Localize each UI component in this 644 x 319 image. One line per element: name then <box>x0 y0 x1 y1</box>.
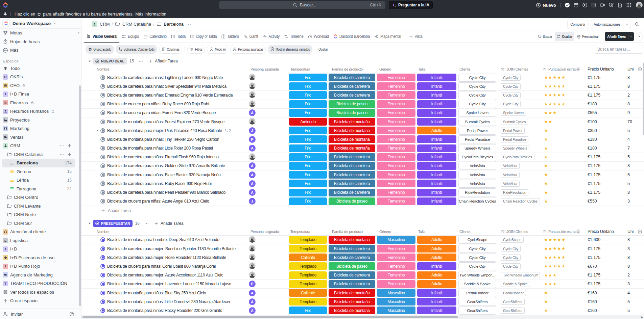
cell-talla[interactable]: Infantil <box>416 171 457 179</box>
cell-assignee[interactable] <box>247 74 289 81</box>
cell-talla[interactable]: Infantil <box>416 197 457 205</box>
cell-unidades[interactable]: 8 <box>623 102 637 106</box>
invite-button[interactable]: Invitar <box>0 309 81 319</box>
breadcrumb-more-button[interactable]: ··· <box>188 22 193 27</box>
task-status-icon[interactable] <box>100 237 105 242</box>
task-status-icon[interactable] <box>100 146 105 151</box>
cell-precio-unitario[interactable]: €1,175 <box>585 93 623 98</box>
ask-ai-button[interactable]: Preguntar a la IA <box>389 1 433 9</box>
tab-calendario[interactable]: Calendario <box>141 30 169 42</box>
ellipsis-icon[interactable] <box>59 143 64 148</box>
cell-rating[interactable] <box>541 282 585 286</box>
task-name[interactable]: Bicicleta de carretera para niñas: Golde… <box>107 163 225 168</box>
cell-fam[interactable]: Bicicleta de montaña <box>328 236 376 244</box>
filter-grupo-estado[interactable]: Grupo: Estado <box>86 45 114 54</box>
cell-assignee[interactable] <box>247 82 289 90</box>
collapse-header-button[interactable] <box>636 32 643 41</box>
column-header-gen[interactable]: Género <box>376 67 416 71</box>
filter-filtros[interactable]: Filtros <box>187 45 205 54</box>
column-header-talla[interactable]: Talla <box>416 230 457 234</box>
cell-cliente[interactable]: VeloVista <box>457 171 498 179</box>
task-status-icon[interactable] <box>100 163 105 168</box>
cell-fam[interactable]: Bicicleta de carretera <box>328 245 376 252</box>
cell-talla[interactable]: Infantil <box>416 91 457 99</box>
sidebar-folder-crm-levante[interactable]: CRM Levante <box>0 202 76 211</box>
sidebar-item-más[interactable]: Más <box>0 46 76 55</box>
cell-rating[interactable] <box>541 93 585 97</box>
cell-unidades[interactable]: 8 <box>623 163 637 168</box>
cell-join-clientes[interactable]: Two Wheels Emporium <box>498 272 541 278</box>
cell-rating[interactable] <box>541 191 585 194</box>
cell-rating[interactable] <box>541 256 585 259</box>
vertical-scrollbar[interactable] <box>643 62 644 135</box>
cell-precio-unitario[interactable]: €1,175 <box>585 75 623 80</box>
cell-assignee[interactable]: A <box>247 189 289 196</box>
collapse-group-icon[interactable] <box>88 59 92 63</box>
task-name[interactable]: Bicicleta de montaña para niñas: Forest … <box>107 119 224 124</box>
breadcrumb-item[interactable]: CRM <box>92 21 110 27</box>
sort-descending-icon[interactable] <box>575 67 581 72</box>
sidebar-list-barcelona[interactable]: Barcelona174 <box>2 159 75 167</box>
plus-icon[interactable] <box>67 152 72 157</box>
sort-descending-icon[interactable] <box>575 229 581 234</box>
cell-talla[interactable]: Adulto <box>416 280 457 288</box>
cell-gen[interactable]: Femenino <box>376 280 416 288</box>
cell-join-clientes[interactable]: Pedal Power <box>498 128 541 134</box>
cell-talla[interactable]: Infantil <box>416 307 457 314</box>
cell-join-clientes[interactable]: VeloVista <box>498 163 541 169</box>
cell-rating[interactable] <box>541 173 585 177</box>
cell-cliente[interactable]: Cycle City <box>457 245 498 253</box>
task-row[interactable]: Bicicleta de carretera para mujer: Azure… <box>81 271 644 280</box>
cell-temp[interactable]: Frio <box>289 162 328 170</box>
breadcrumb-item[interactable]: Barcelona <box>157 22 184 27</box>
column-header-uni[interactable]: Uni <box>623 229 637 234</box>
add-column-button[interactable] <box>638 67 642 72</box>
task-status-icon[interactable] <box>100 110 105 115</box>
task-name[interactable]: Bicicleta de montaña para niños: Blue Sk… <box>107 291 206 295</box>
automations-button[interactable]: Automatizaciones <box>591 20 631 29</box>
cell-join-clientes[interactable]: Saddle & Spoke <box>498 281 541 287</box>
cell-fam[interactable]: Bicicleta de carretera <box>328 271 376 279</box>
cell-precio-unitario[interactable]: €1,175 <box>585 181 623 186</box>
sidebar-list-l-rida[interactable]: Lérida15 <box>0 176 76 185</box>
sidebar-space-crear-espacio[interactable]: Crear espacio <box>0 296 76 305</box>
cell-assignee[interactable]: A <box>247 180 289 187</box>
column-header-stars[interactable]: Puntuación estraté... <box>541 67 585 72</box>
alarm-icon[interactable] <box>607 0 616 10</box>
cell-fam[interactable]: Bicicleta de paseo <box>328 100 376 108</box>
cell-temp[interactable]: Frio <box>289 180 328 187</box>
cell-temp[interactable]: Templado <box>289 280 328 288</box>
cell-gen[interactable]: Femenino <box>376 153 416 161</box>
cell-join-clientes[interactable]: Cycle City <box>498 75 541 81</box>
cell-gen[interactable]: Femenino <box>376 100 416 108</box>
cell-gen[interactable]: Femenino <box>376 197 416 205</box>
cell-rating[interactable] <box>541 84 585 88</box>
cell-unidades[interactable]: 5 <box>623 308 637 313</box>
cell-gen[interactable]: Masculino <box>376 289 416 297</box>
column-header-talla[interactable]: Talla <box>416 67 457 71</box>
cell-assignee[interactable]: A <box>247 298 289 305</box>
sidebar-space-i-d-escenarios-de-uso[interactable]: I+D Escenarios de uso <box>0 254 76 262</box>
tab-dasbord-barcelona[interactable]: Dasbord Barcelona <box>331 30 372 42</box>
task-row[interactable]: Bicicleta de montaña para niñas: Forest … <box>81 117 644 126</box>
cell-cliente[interactable]: GearShifters <box>457 307 498 315</box>
cell-unidades[interactable]: 5 <box>623 172 637 177</box>
task-name[interactable]: Bicicleta de carretera para niñas: Blaze… <box>107 172 221 177</box>
sidebar-list-tarragona[interactable]: Tarragona24 <box>0 185 76 193</box>
hide-button[interactable]: Ocultar <box>555 32 575 41</box>
sidebar-space-crm[interactable]: CRM <box>0 141 76 150</box>
cell-unidades[interactable]: 2 <box>623 93 637 98</box>
column-header-uni[interactable]: Uni <box>623 67 637 72</box>
sidebar-space-recursos-humanos[interactable]: Recursos Humanos <box>0 107 76 116</box>
column-header-precio[interactable]: Precio Unitario <box>585 229 623 234</box>
cell-fam[interactable]: Bicicleta de carretera <box>328 153 376 161</box>
cell-cliente[interactable]: PedalPioneer <box>457 289 498 297</box>
cell-precio-unitario[interactable]: €1,175 <box>585 255 623 260</box>
task-row[interactable]: Bicicleta de carretera para niñas: Fireb… <box>81 153 644 162</box>
cell-join-clientes[interactable]: Spoke Haven <box>498 110 541 116</box>
plus-icon[interactable] <box>67 143 72 148</box>
customize-button[interactable]: Personalizar <box>575 32 601 41</box>
cell-assignee[interactable] <box>247 254 289 261</box>
sidebar-space-tramiteco-producci-n[interactable]: TTRAMITECO PRODUCCIÓN <box>0 279 76 288</box>
sidebar-folder-crm-norte[interactable]: CRM Norte <box>0 210 76 219</box>
